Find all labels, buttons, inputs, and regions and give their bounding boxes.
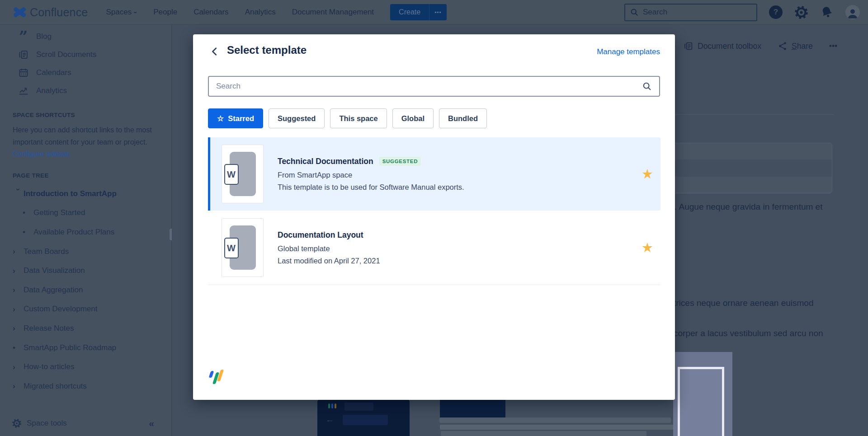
tree-item-release-notes[interactable]: › Release Notes xyxy=(0,319,171,338)
help-icon[interactable]: ? xyxy=(769,5,783,19)
search-icon xyxy=(630,8,639,17)
space-tools[interactable]: Space tools « xyxy=(0,416,171,431)
vendor-logo xyxy=(208,369,226,385)
template-list: W Technical Documentation SUGGESTED From… xyxy=(208,137,660,285)
mini-logo-bars xyxy=(328,403,336,408)
create-button[interactable]: Create xyxy=(390,4,429,20)
background-text-line: trices neque ornare aenean euismod xyxy=(674,298,813,308)
template-title: Documentation Layout xyxy=(278,230,363,240)
confluence-logo[interactable]: Confluence xyxy=(13,6,88,19)
select-template-dialog: Select template Manage templates ☆ Starr… xyxy=(193,34,675,400)
sidebar-item-analytics[interactable]: Analytics xyxy=(0,82,171,100)
confluence-screen: Confluence Spaces › People Calendars Ana… xyxy=(0,0,868,436)
background-image-placeholder xyxy=(440,400,505,419)
background-image-placeholder: ← xyxy=(317,400,410,436)
nav-item-analytics[interactable]: Analytics xyxy=(245,8,276,17)
word-icon: W xyxy=(224,164,239,185)
tree-item-team-boards[interactable]: › Team Boards xyxy=(0,242,171,261)
filter-starred[interactable]: ☆ Starred xyxy=(208,108,263,128)
nav-menu: Spaces › People Calendars Analytics Docu… xyxy=(106,8,374,17)
chevron-right-icon: › xyxy=(13,248,24,255)
tree-item-how-to-articles[interactable]: › How-to articles xyxy=(0,357,171,377)
notifications-bell-icon[interactable] xyxy=(820,5,834,19)
word-template-thumbnail: W xyxy=(222,218,264,277)
star-outline-icon: ☆ xyxy=(217,114,224,123)
tree-item-custom-development[interactable]: › Custom Development xyxy=(0,300,171,319)
chevron-right-icon: › xyxy=(13,382,24,390)
background-text-placeholder xyxy=(440,425,676,430)
template-description: Last modified on April 27, 2021 xyxy=(278,257,380,265)
filter-this-space[interactable]: This space xyxy=(330,108,387,128)
top-nav: Confluence Spaces › People Calendars Ana… xyxy=(0,0,868,25)
chevron-down-icon: › xyxy=(132,11,139,14)
document-toolbox-button[interactable]: Document toolbox xyxy=(684,41,761,51)
back-button[interactable] xyxy=(208,45,221,58)
template-search-input[interactable] xyxy=(216,82,642,91)
nav-item-people[interactable]: People xyxy=(153,8,177,17)
page-tree-heading: PAGE TREE xyxy=(13,172,171,179)
tree-item-data-visualization[interactable]: › Data Visualization xyxy=(0,261,171,281)
background-text-placeholder xyxy=(441,431,646,436)
template-title: Technical Documentation xyxy=(278,157,373,166)
filter-suggested[interactable]: Suggested xyxy=(269,108,325,128)
tree-item-available-product-plans[interactable]: • Available Product Plans xyxy=(0,223,171,242)
search-icon xyxy=(642,81,652,91)
brand-wordmark: Confluence xyxy=(30,6,88,19)
user-avatar[interactable] xyxy=(845,5,860,19)
document-toolbox-icon xyxy=(684,41,693,51)
line-chart-icon xyxy=(17,85,29,96)
background-image-placeholder xyxy=(673,352,732,436)
template-row-documentation-layout[interactable]: W Documentation Layout Global template L… xyxy=(208,211,660,285)
star-filled-icon[interactable]: ★ xyxy=(642,241,653,254)
global-search-input[interactable] xyxy=(643,8,752,17)
sidebar-item-calendars[interactable]: Calendars xyxy=(0,64,171,82)
chevron-right-icon: › xyxy=(13,267,24,275)
share-icon xyxy=(778,41,788,51)
document-icon xyxy=(17,49,29,60)
tree-item-data-aggregation[interactable]: › Data Aggregation xyxy=(0,280,171,300)
tree-item-migrated-shortcuts[interactable]: › Migrated shortcuts xyxy=(0,376,171,396)
nav-item-document-management[interactable]: Document Management xyxy=(292,8,374,17)
tree-item-smartapp-public-roadmap[interactable]: • SmartApp Public Roadmap xyxy=(0,338,171,357)
sidebar-item-blog[interactable]: ” Blog xyxy=(0,28,171,46)
left-arrow-icon: ← xyxy=(326,415,334,425)
bullet-icon: • xyxy=(23,228,33,237)
word-template-thumbnail: W xyxy=(222,145,264,203)
dialog-title: Select template xyxy=(227,44,307,56)
collapse-sidebar-icon[interactable]: « xyxy=(149,418,154,429)
star-filled-icon[interactable]: ★ xyxy=(642,168,653,181)
more-actions-button[interactable]: ••• xyxy=(829,42,837,51)
chevron-down-icon: › xyxy=(14,188,22,199)
sidebar-item-scroll-documents[interactable]: Scroll Documents xyxy=(0,46,171,64)
nav-right: ? xyxy=(624,4,860,21)
filter-bundled[interactable]: Bundled xyxy=(439,108,487,128)
chevron-right-icon: › xyxy=(13,363,24,371)
template-source: From SmartApp space xyxy=(278,171,464,179)
quote-icon: ” xyxy=(17,33,29,41)
template-description: This template is to be used for Software… xyxy=(278,183,464,192)
chevron-right-icon: › xyxy=(13,305,24,313)
nav-item-spaces[interactable]: Spaces › xyxy=(106,8,137,17)
background-text-line: corper a lacus vestibulum sed arcu non xyxy=(674,328,823,338)
background-text-line: . Augue neque gravida in fermentum et xyxy=(675,202,822,212)
nav-item-calendars[interactable]: Calendars xyxy=(193,8,229,17)
suggested-badge: SUGGESTED xyxy=(379,157,421,166)
configure-sidebar-link[interactable]: Configure sidebar. xyxy=(13,150,71,158)
list-divider xyxy=(208,285,660,285)
template-row-technical-documentation[interactable]: W Technical Documentation SUGGESTED From… xyxy=(208,137,660,211)
template-filters: ☆ Starred Suggested This space Global Bu… xyxy=(208,108,487,128)
template-source: Global template xyxy=(278,244,380,253)
global-search xyxy=(624,4,757,21)
page-toolbar: Document toolbox Share ••• xyxy=(684,41,837,51)
tree-item-introduction-to-smartapp[interactable]: › Introduction to SmartApp xyxy=(0,184,171,204)
gear-icon xyxy=(12,418,22,428)
tree-item-getting-started[interactable]: • Getting Started xyxy=(0,203,171,223)
share-button[interactable]: Share xyxy=(778,41,813,51)
filter-global[interactable]: Global xyxy=(392,108,434,128)
settings-gear-icon[interactable] xyxy=(794,5,808,19)
manage-templates-link[interactable]: Manage templates xyxy=(597,47,660,56)
space-shortcuts-heading: SPACE SHORTCUTS xyxy=(13,112,171,118)
chevron-right-icon: › xyxy=(13,286,24,294)
create-more-button[interactable]: ••• xyxy=(429,4,447,20)
bullet-icon: • xyxy=(23,208,33,217)
